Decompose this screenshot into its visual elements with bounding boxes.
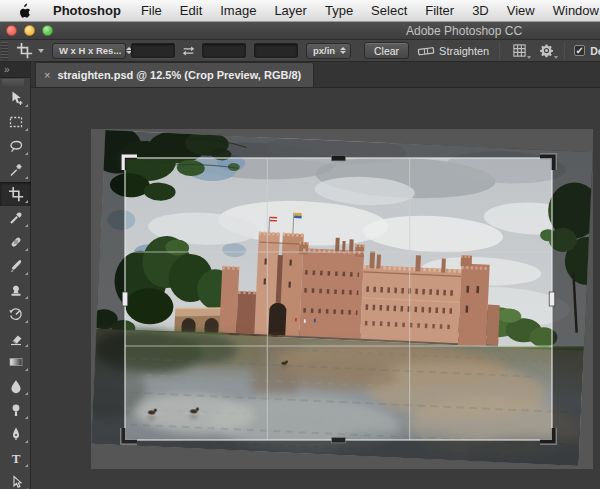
zoom-window-button[interactable] bbox=[42, 25, 53, 36]
tool-brush[interactable] bbox=[0, 254, 31, 278]
pen-icon bbox=[8, 426, 24, 442]
crop-handle-top-center bbox=[332, 155, 346, 161]
select-icon bbox=[8, 474, 24, 489]
castle-photo bbox=[63, 124, 600, 475]
tool-flyout-indicator bbox=[25, 248, 28, 251]
resolution-unit-label: px/in bbox=[313, 45, 335, 56]
delete-cropped-pixels-checkbox[interactable]: ✓ bbox=[574, 45, 585, 56]
resolution-unit-dropdown[interactable]: px/in bbox=[306, 43, 351, 59]
history-icon bbox=[8, 306, 24, 322]
tool-move[interactable] bbox=[0, 86, 31, 110]
tool-flyout-indicator bbox=[25, 320, 28, 323]
tool-history[interactable] bbox=[0, 302, 31, 326]
tool-blur[interactable] bbox=[0, 374, 31, 398]
document-tab[interactable]: × straighten.psd @ 12.5% (Crop Preview, … bbox=[35, 62, 314, 87]
options-bar-grip[interactable] bbox=[1, 42, 8, 60]
menu-item-view[interactable]: View bbox=[498, 3, 544, 18]
blur-icon bbox=[8, 378, 24, 394]
crop-resolution-input[interactable] bbox=[254, 43, 298, 58]
tool-flyout-indicator bbox=[25, 344, 28, 347]
dodge-icon bbox=[8, 402, 24, 418]
menu-item-filter[interactable]: Filter bbox=[416, 3, 463, 18]
menu-item-image[interactable]: Image bbox=[211, 3, 265, 18]
crop-handle-left-center bbox=[122, 292, 128, 306]
tool-flyout-indicator bbox=[25, 272, 28, 275]
tool-flyout-indicator bbox=[25, 368, 28, 371]
crop-preset-dropdown[interactable]: W x H x Res... bbox=[52, 43, 126, 59]
document-canvas[interactable] bbox=[31, 88, 600, 489]
straighten-button[interactable]: Straighten bbox=[417, 44, 489, 58]
tool-stamp[interactable] bbox=[0, 278, 31, 302]
menu-item-edit[interactable]: Edit bbox=[171, 3, 211, 18]
updown-arrows-icon bbox=[340, 47, 346, 55]
tool-eyedropper[interactable] bbox=[0, 206, 31, 230]
tool-flyout-indicator bbox=[25, 464, 28, 467]
tools-panel-grip[interactable] bbox=[2, 79, 24, 86]
close-window-button[interactable] bbox=[6, 25, 17, 36]
tool-type[interactable] bbox=[0, 446, 31, 470]
menu-item-select[interactable]: Select bbox=[362, 3, 416, 18]
crop-handle-bottom-center bbox=[332, 437, 346, 443]
tool-select[interactable] bbox=[0, 470, 31, 489]
tool-marquee[interactable] bbox=[0, 110, 31, 134]
move-icon bbox=[8, 90, 24, 106]
overlay-options-button[interactable] bbox=[512, 43, 527, 58]
tool-pen[interactable] bbox=[0, 422, 31, 446]
apple-logo-icon[interactable] bbox=[18, 3, 32, 18]
crop-preset-label: W x H x Res... bbox=[59, 45, 121, 56]
tool-healing[interactable] bbox=[0, 230, 31, 254]
menu-item-photoshop[interactable]: Photoshop bbox=[44, 3, 132, 18]
chevron-down-icon bbox=[527, 56, 531, 59]
gear-icon bbox=[539, 43, 554, 58]
menu-item-3d[interactable]: 3D bbox=[463, 3, 498, 18]
crop-height-input[interactable] bbox=[202, 43, 246, 58]
menu-item-layer[interactable]: Layer bbox=[265, 3, 316, 18]
tool-wand[interactable] bbox=[0, 158, 31, 182]
minimize-window-button[interactable] bbox=[24, 25, 35, 36]
active-tool-badge[interactable] bbox=[16, 42, 44, 59]
tool-flyout-indicator bbox=[25, 416, 28, 419]
tool-dodge[interactable] bbox=[0, 398, 31, 422]
tool-flyout-indicator bbox=[25, 104, 28, 107]
type-icon bbox=[8, 450, 24, 466]
menu-item-file[interactable]: File bbox=[132, 3, 171, 18]
straighten-label: Straighten bbox=[439, 45, 489, 57]
tool-flyout-indicator bbox=[25, 200, 28, 203]
tools-panel-collapse-button[interactable]: » bbox=[0, 62, 30, 78]
marquee-icon bbox=[8, 114, 24, 130]
clear-button[interactable]: Clear bbox=[364, 42, 409, 59]
crop-icon bbox=[8, 186, 24, 202]
tool-flyout-indicator bbox=[25, 296, 28, 299]
tool-eraser[interactable] bbox=[0, 326, 31, 350]
crop-icon bbox=[16, 42, 33, 59]
lasso-icon bbox=[8, 138, 24, 154]
double-arrow-icon: » bbox=[4, 64, 10, 75]
window-title: Adobe Photoshop CC bbox=[406, 24, 522, 38]
tool-crop[interactable] bbox=[0, 182, 31, 206]
window-title-bar: Adobe Photoshop CC bbox=[0, 22, 600, 40]
menu-bar: PhotoshopFileEditImageLayerTypeSelectFil… bbox=[0, 0, 600, 22]
tool-flyout-indicator bbox=[25, 128, 28, 131]
tool-flyout-indicator bbox=[25, 152, 28, 155]
chevron-down-icon bbox=[38, 49, 44, 53]
document-tab-bar: × straighten.psd @ 12.5% (Crop Preview, … bbox=[31, 62, 600, 88]
divider bbox=[499, 42, 500, 60]
gradient-icon bbox=[8, 354, 24, 370]
chevron-down-icon bbox=[554, 56, 558, 59]
wand-icon bbox=[8, 162, 24, 178]
close-icon[interactable]: × bbox=[44, 70, 50, 80]
healing-icon bbox=[8, 234, 24, 250]
tool-flyout-indicator bbox=[25, 224, 28, 227]
tool-lasso[interactable] bbox=[0, 134, 31, 158]
tool-flyout-indicator bbox=[25, 392, 28, 395]
crop-settings-button[interactable] bbox=[539, 43, 554, 58]
tool-gradient[interactable] bbox=[0, 350, 31, 374]
document-tab-title: straighten.psd @ 12.5% (Crop Preview, RG… bbox=[57, 69, 301, 81]
eyedropper-icon bbox=[8, 210, 24, 226]
crop-width-input[interactable] bbox=[131, 43, 175, 58]
swap-dimensions-icon[interactable] bbox=[181, 44, 196, 58]
menu-item-type[interactable]: Type bbox=[316, 3, 362, 18]
tool-options-bar: W x H x Res... px/in Clear Straighten ✓ … bbox=[0, 40, 600, 62]
tool-flyout-indicator bbox=[25, 440, 28, 443]
menu-item-window[interactable]: Window bbox=[544, 3, 600, 18]
